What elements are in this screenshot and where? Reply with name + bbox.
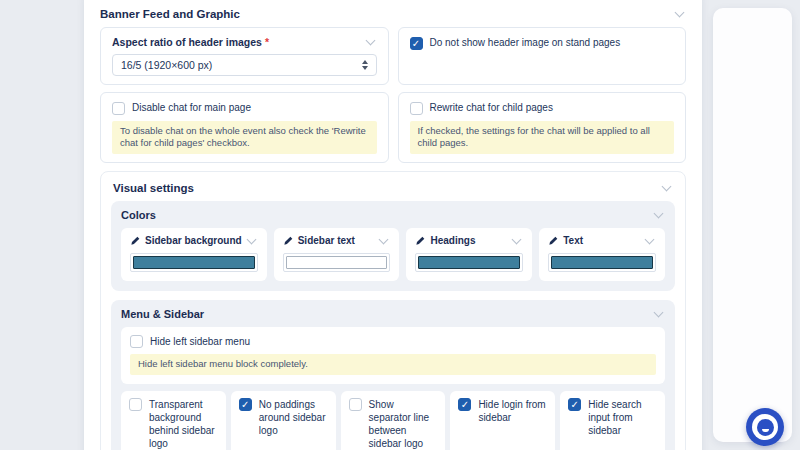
checkbox-label: Hide left sidebar menu: [150, 335, 250, 348]
aspect-ratio-box: Aspect ratio of header images * 16/5 (19…: [100, 27, 389, 85]
aspect-ratio-label: Aspect ratio of header images *: [112, 36, 269, 48]
banner-section-header: Banner Feed and Graphic: [100, 8, 686, 20]
chevron-down-icon[interactable]: [674, 8, 686, 20]
hide-left-sidebar-card: Hide left sidebar menu Hide left sidebar…: [121, 327, 665, 384]
color-card-label: Headings: [430, 235, 475, 246]
colors-title: Colors: [121, 209, 156, 221]
no-logo-paddings-checkbox[interactable]: [239, 398, 252, 411]
pen-icon: [415, 236, 425, 246]
swatch-frame: [283, 253, 391, 272]
transparent-logo-bg-checkbox[interactable]: [129, 398, 142, 411]
hint-text: To disable chat on the whole event also …: [112, 121, 377, 154]
chevron-down-icon[interactable]: [246, 235, 258, 247]
chevron-down-icon[interactable]: [644, 235, 656, 247]
visual-settings-title: Visual settings: [113, 182, 194, 194]
chevron-down-icon[interactable]: [378, 235, 390, 247]
aspect-ratio-select[interactable]: 16/5 (1920×600 px): [112, 54, 377, 76]
checkbox-label: Rewrite chat for child pages: [430, 101, 553, 114]
color-card-label: Sidebar background: [145, 235, 242, 246]
disable-chat-box: Disable chat for main page To disable ch…: [100, 92, 389, 163]
color-swatch[interactable]: [286, 256, 388, 269]
option-card: Hide search input from sidebar: [560, 391, 665, 450]
color-card-sidebar-text: Sidebar text: [274, 228, 400, 281]
chevron-down-icon[interactable]: [653, 308, 665, 320]
settings-page-card: Banner Feed and Graphic Aspect ratio of …: [84, 0, 702, 450]
rewrite-chat-box: Rewrite chat for child pages If checked,…: [398, 92, 687, 163]
checkbox-label: Do not show header image on stand pages: [430, 36, 621, 49]
color-swatch[interactable]: [418, 256, 520, 269]
visual-settings-card: Visual settings Colors Sidebar backgroun…: [100, 171, 686, 450]
banner-grid: Aspect ratio of header images * 16/5 (19…: [100, 27, 686, 163]
chevron-down-icon[interactable]: [653, 209, 665, 221]
option-card: Transparent background behind sidebar lo…: [121, 391, 226, 450]
menu-sidebar-title: Menu & Sidebar: [121, 308, 204, 320]
option-card: Hide login from sidebar: [450, 391, 555, 450]
colors-panel: Colors Sidebar background: [111, 201, 675, 291]
chat-bubble-icon: [757, 419, 774, 436]
checkbox-label: Hide search input from sidebar: [588, 398, 657, 437]
chevron-down-icon[interactable]: [511, 235, 523, 247]
chat-launcher-button[interactable]: [746, 408, 784, 446]
color-row: Sidebar background Sidebar text: [121, 228, 665, 281]
hide-left-sidebar-checkbox[interactable]: [130, 335, 143, 348]
option-card: No paddings around sidebar logo: [231, 391, 336, 450]
color-card-label: Text: [563, 235, 583, 246]
color-card-text: Text: [539, 228, 665, 281]
color-card-headings: Headings: [406, 228, 532, 281]
checkbox-label: Disable chat for main page: [132, 101, 251, 114]
pen-icon: [283, 236, 293, 246]
swatch-frame: [415, 253, 523, 272]
banner-section-title: Banner Feed and Graphic: [100, 8, 240, 20]
sidebar-options-row: Transparent background behind sidebar lo…: [121, 391, 665, 450]
select-value: 16/5 (1920×600 px): [121, 59, 212, 71]
disable-chat-checkbox[interactable]: [112, 102, 125, 115]
option-card: Show separator line between sidebar logo…: [341, 391, 446, 450]
checkbox-label: Transparent background behind sidebar lo…: [149, 398, 218, 450]
color-swatch[interactable]: [133, 256, 255, 269]
checkbox-label: Show separator line between sidebar logo…: [369, 398, 438, 450]
chevron-down-icon[interactable]: [365, 36, 377, 48]
checkbox-label: Hide login from sidebar: [478, 398, 547, 424]
required-asterisk: *: [265, 36, 269, 48]
chevron-down-icon[interactable]: [661, 182, 673, 194]
hint-text: Hide left sidebar menu block completely.: [130, 354, 656, 375]
separator-line-checkbox[interactable]: [349, 398, 362, 411]
select-arrows-icon: [362, 60, 368, 70]
checkbox-label: No paddings around sidebar logo: [259, 398, 328, 437]
pen-icon: [548, 236, 558, 246]
no-header-stand-checkbox[interactable]: [410, 37, 423, 50]
chat-ring: [752, 414, 778, 440]
hide-search-checkbox[interactable]: [568, 398, 581, 411]
rewrite-chat-checkbox[interactable]: [410, 102, 423, 115]
color-card-sidebar-background: Sidebar background: [121, 228, 267, 281]
swatch-frame: [548, 253, 656, 272]
swatch-frame: [130, 253, 258, 272]
color-card-label: Sidebar text: [298, 235, 355, 246]
hide-login-checkbox[interactable]: [458, 398, 471, 411]
secondary-panel: [713, 8, 792, 442]
visual-settings-header: Visual settings: [111, 180, 675, 194]
color-swatch[interactable]: [551, 256, 653, 269]
hint-text: If checked, the settings for the chat wi…: [410, 121, 675, 154]
stand-header-box: Do not show header image on stand pages: [398, 27, 687, 85]
pen-icon: [130, 236, 140, 246]
menu-sidebar-panel: Menu & Sidebar Hide left sidebar menu Hi…: [111, 300, 675, 450]
